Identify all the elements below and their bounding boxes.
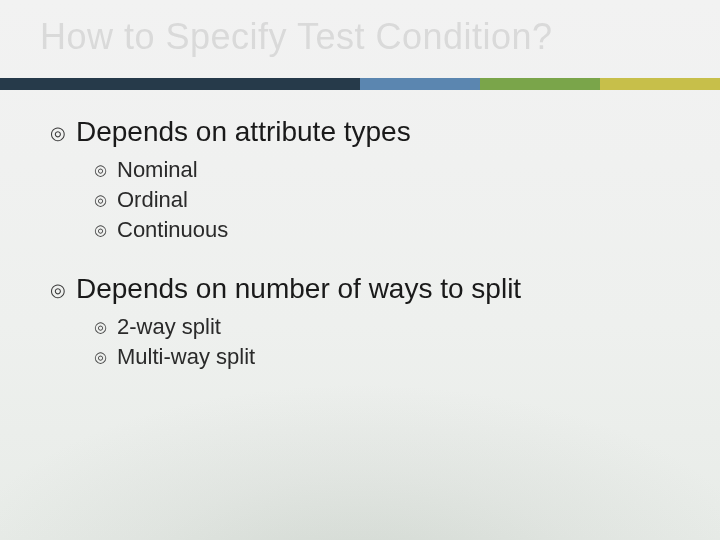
sub-list: ◎ Nominal ◎ Ordinal ◎ Continuous (94, 157, 680, 243)
slide-body: ◎ Depends on attribute types ◎ Nominal ◎… (50, 110, 680, 400)
bullet-level1: ◎ Depends on number of ways to split (50, 273, 680, 306)
bullet-level2: ◎ Nominal (94, 157, 680, 183)
bullet-icon: ◎ (94, 191, 107, 209)
accent-seg-blue (360, 78, 480, 90)
bullet-icon: ◎ (94, 161, 107, 179)
section-heading: Depends on number of ways to split (76, 273, 521, 305)
bullet-icon: ◎ (50, 119, 66, 147)
list-item-text: 2-way split (117, 314, 221, 340)
list-item-text: Multi-way split (117, 344, 255, 370)
bullet-level1: ◎ Depends on attribute types (50, 116, 680, 149)
bullet-level2: ◎ Continuous (94, 217, 680, 243)
bullet-icon: ◎ (94, 318, 107, 336)
bullet-level2: ◎ Ordinal (94, 187, 680, 213)
bullet-level2: ◎ Multi-way split (94, 344, 680, 370)
list-item-text: Ordinal (117, 187, 188, 213)
title-area: How to Specify Test Condition? (0, 16, 720, 58)
bullet-icon: ◎ (94, 348, 107, 366)
accent-seg-dark (0, 78, 360, 90)
bullet-icon: ◎ (94, 221, 107, 239)
bullet-level2: ◎ 2-way split (94, 314, 680, 340)
bullet-icon: ◎ (50, 276, 66, 304)
accent-bar (0, 78, 720, 90)
slide-title: How to Specify Test Condition? (0, 16, 720, 58)
sub-list: ◎ 2-way split ◎ Multi-way split (94, 314, 680, 370)
list-item-text: Nominal (117, 157, 198, 183)
accent-seg-yellow (600, 78, 720, 90)
slide: How to Specify Test Condition? ◎ Depends… (0, 0, 720, 540)
list-item-text: Continuous (117, 217, 228, 243)
section-heading: Depends on attribute types (76, 116, 411, 148)
accent-seg-green (480, 78, 600, 90)
